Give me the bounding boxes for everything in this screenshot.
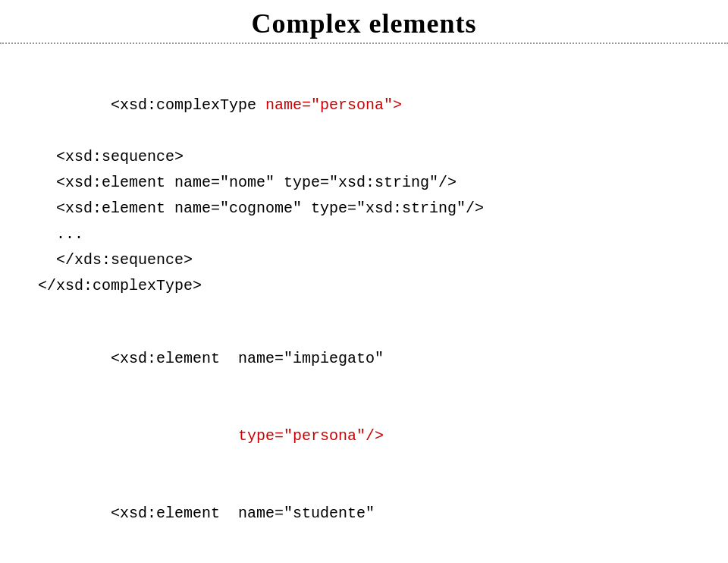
spacer	[38, 299, 690, 320]
line1-black: <xsd:complexType	[111, 96, 265, 114]
code-line-6: </xds:sequence>	[38, 247, 690, 273]
page-title: Complex elements	[0, 8, 728, 39]
code-line-8: <xsd:element name="impiegato"	[38, 320, 690, 398]
code-line-7: </xsd:complexType>	[38, 273, 690, 299]
line8-red: type="persona"/>	[111, 427, 384, 445]
code-block: <xsd:complexType name="persona"> <xsd:se…	[38, 67, 690, 563]
line1-red: name="persona">	[265, 96, 402, 114]
code-line-5: ...	[38, 222, 690, 247]
content-area: <xsd:complexType name="persona"> <xsd:se…	[0, 44, 728, 563]
line9-black: <xsd:element name="studente"	[111, 505, 375, 522]
title-area: Complex elements	[0, 0, 728, 39]
code-line-3: <xsd:element name="nome" type="xsd:strin…	[38, 170, 690, 196]
code-line-9: <xsd:element name="studente"	[38, 475, 690, 552]
code-line-9-red: type="persona"/>	[38, 552, 690, 563]
code-line-8-red: type="persona"/>	[38, 398, 690, 475]
line8-black: <xsd:element name="impiegato"	[111, 350, 384, 367]
code-line-2: <xsd:sequence>	[38, 144, 690, 170]
code-line-1: <xsd:complexType name="persona">	[38, 67, 690, 144]
code-line-4: <xsd:element name="cognome" type="xsd:st…	[38, 196, 690, 222]
page-wrapper: Complex elements <xsd:complexType name="…	[0, 0, 728, 563]
